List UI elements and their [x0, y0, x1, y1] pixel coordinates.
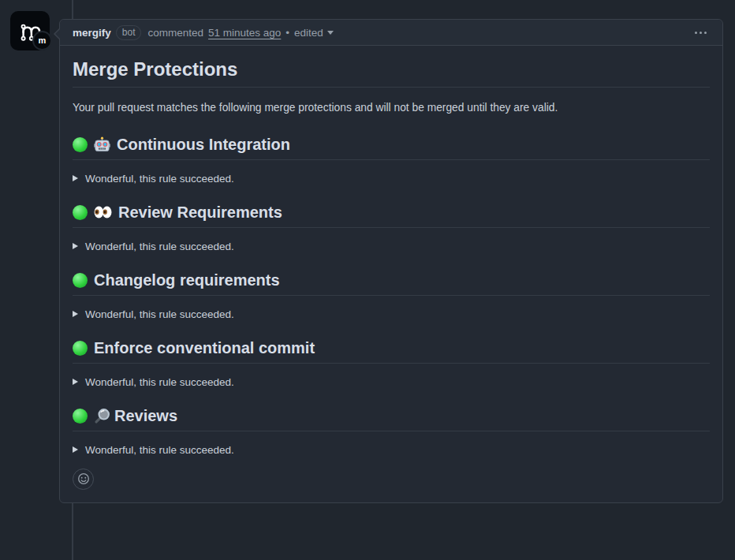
rule-section-changelog-requirements: Changelog requirements Wonderful, this r…: [73, 271, 710, 320]
bot-badge-avatar[interactable]: m: [32, 31, 52, 50]
add-reaction-button[interactable]: [73, 469, 94, 490]
magnifying-glass-emoji: [94, 408, 110, 424]
rule-section-reviews: Reviews Wonderful, this rule succeeded.: [73, 407, 710, 456]
rule-details-summary[interactable]: Wonderful, this rule succeeded.: [73, 173, 234, 185]
collapsed-triangle-icon: [73, 379, 78, 385]
comment-body: Merge Protections Your pull request matc…: [60, 46, 722, 502]
action-label: commented: [147, 27, 203, 39]
rule-summary-text: Wonderful, this rule succeeded.: [85, 444, 234, 456]
smiley-icon: [77, 472, 90, 485]
intro-text: Your pull request matches the following …: [73, 100, 710, 117]
rule-details-summary[interactable]: Wonderful, this rule succeeded.: [73, 444, 234, 456]
rule-title: Enforce conventional commit: [94, 339, 315, 357]
rule-details: Wonderful, this rule succeeded.: [73, 376, 710, 388]
rule-summary-text: Wonderful, this rule succeeded.: [85, 241, 234, 252]
collapsed-triangle-icon: [73, 175, 78, 181]
bot-badge-letter: m: [39, 36, 47, 45]
rule-title: Changelog requirements: [94, 271, 280, 289]
rule-summary-text: Wonderful, this rule succeeded.: [85, 308, 234, 320]
green-circle-emoji: [73, 137, 88, 152]
green-circle-emoji: [73, 341, 88, 356]
rule-summary-text: Wonderful, this rule succeeded.: [85, 376, 234, 388]
green-circle-emoji: [73, 273, 88, 288]
collapsed-triangle-icon: [73, 311, 78, 317]
timestamp-link[interactable]: 51 minutes ago: [208, 27, 281, 39]
edited-label: edited: [294, 27, 323, 39]
dot-separator: •: [285, 27, 289, 39]
rule-heading: Review Requirements: [73, 203, 710, 228]
rule-section-continuous-integration: Continuous Integration Wonderful, this r…: [73, 136, 710, 185]
rule-summary-text: Wonderful, this rule succeeded.: [85, 173, 234, 185]
eyes-emoji: [94, 206, 112, 218]
rule-details: Wonderful, this rule succeeded.: [73, 444, 710, 456]
page-title: Merge Protections: [73, 58, 710, 88]
comment-header: mergify bot commented 51 minutes ago • e…: [60, 20, 722, 46]
rule-details: Wonderful, this rule succeeded.: [73, 173, 710, 185]
reactions-bar: [73, 469, 710, 490]
rule-heading: Continuous Integration: [73, 136, 710, 160]
rule-title: Reviews: [114, 407, 177, 425]
rule-details: Wonderful, this rule succeeded.: [73, 241, 710, 252]
rule-details-summary[interactable]: Wonderful, this rule succeeded.: [73, 376, 234, 388]
rule-section-enforce-conventional-commit: Enforce conventional commit Wonderful, t…: [73, 339, 710, 388]
comment-card: mergify bot commented 51 minutes ago • e…: [59, 19, 723, 503]
rule-heading: Reviews: [73, 407, 710, 431]
author-link[interactable]: mergify: [73, 27, 111, 39]
rule-details: Wonderful, this rule succeeded.: [73, 308, 710, 320]
rule-section-review-requirements: Review Requirements Wonderful, this rule…: [73, 203, 710, 252]
rule-details-summary[interactable]: Wonderful, this rule succeeded.: [73, 308, 234, 320]
rule-heading: Changelog requirements: [73, 271, 710, 296]
rule-heading: Enforce conventional commit: [73, 339, 710, 364]
rule-details-summary[interactable]: Wonderful, this rule succeeded.: [73, 241, 234, 252]
collapsed-triangle-icon: [73, 446, 78, 453]
green-circle-emoji: [73, 409, 88, 424]
collapsed-triangle-icon: [73, 243, 78, 249]
rule-title: Continuous Integration: [117, 136, 290, 154]
kebab-menu-button[interactable]: [692, 27, 710, 39]
bot-badge: bot: [116, 25, 142, 40]
rule-title: Review Requirements: [118, 203, 282, 222]
robot-emoji: [94, 136, 110, 153]
green-circle-emoji: [73, 205, 88, 220]
edited-dropdown[interactable]: edited: [294, 27, 334, 39]
chevron-down-icon: [327, 31, 334, 35]
